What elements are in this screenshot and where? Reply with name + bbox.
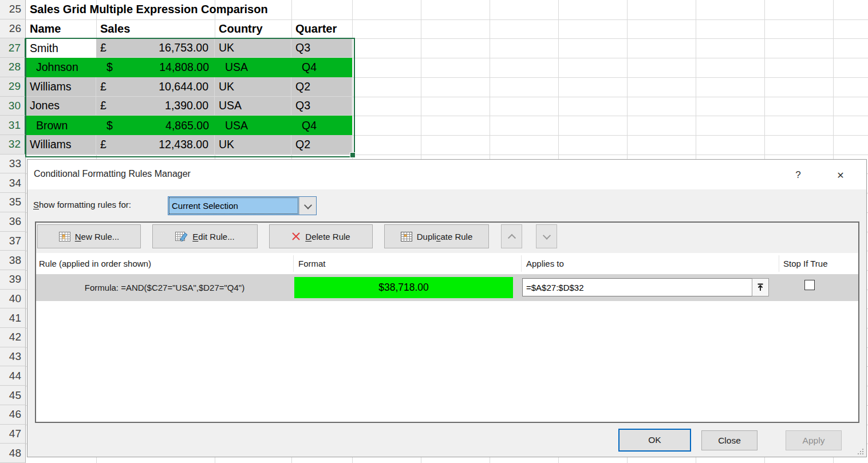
row-header-36[interactable]: 36: [0, 212, 26, 232]
edit-rule-label: Edit Rule...: [192, 232, 234, 242]
edit-rule-button[interactable]: Edit Rule...: [152, 224, 258, 248]
row-header-29[interactable]: 29: [0, 77, 26, 97]
cell-name[interactable]: Johnson: [26, 58, 96, 77]
row-header-39[interactable]: 39: [0, 270, 26, 290]
currency-symbol: £: [100, 41, 106, 54]
cell-sales[interactable]: £10,644.00: [96, 77, 215, 97]
ok-button[interactable]: OK: [618, 429, 691, 452]
row-header-47[interactable]: 47: [0, 425, 26, 444]
move-rule-up-button[interactable]: [501, 224, 522, 248]
cell-name[interactable]: Brown: [26, 116, 96, 135]
apply-button[interactable]: Apply: [786, 430, 842, 450]
rule-row[interactable]: Formula: =AND($C27="USA",$D27="Q4") $38,…: [36, 274, 858, 301]
cell-name[interactable]: Jones: [26, 97, 96, 116]
currency-symbol: $: [106, 119, 113, 132]
row-header-28[interactable]: 28: [0, 58, 26, 77]
column-header-name[interactable]: Name: [26, 19, 96, 38]
collapse-dialog-button[interactable]: [752, 278, 769, 296]
close-button[interactable]: Close: [701, 430, 757, 450]
sheet-title-cell[interactable]: Sales Grid Multiple Expression Compariso…: [26, 0, 352, 19]
combobox-dropdown-button[interactable]: [299, 197, 316, 215]
row-header-34[interactable]: 34: [0, 173, 26, 193]
row-header-37[interactable]: 37: [0, 232, 26, 251]
header-rule: Rule (applied in order shown): [39, 253, 151, 274]
rule-format-preview: $38,718.00: [294, 277, 513, 298]
header-format: Format: [298, 253, 326, 274]
help-icon[interactable]: ?: [791, 168, 806, 183]
cell-country[interactable]: UK: [215, 135, 291, 155]
column-divider: [521, 255, 522, 272]
row-header-38[interactable]: 38: [0, 251, 26, 270]
new-rule-label: New Rule...: [75, 232, 120, 242]
resize-grip[interactable]: [857, 448, 863, 454]
cell-quarter[interactable]: Q2: [291, 135, 352, 155]
cell-sales[interactable]: £1,390.00: [96, 97, 215, 116]
move-rule-down-button[interactable]: [536, 224, 557, 248]
cell-country[interactable]: UK: [215, 38, 291, 58]
new-rule-button[interactable]: New Rule...: [37, 224, 141, 248]
cell-country[interactable]: UK: [215, 77, 291, 97]
column-header-quarter[interactable]: Quarter: [291, 19, 352, 38]
chevron-up-icon: [507, 234, 515, 242]
scope-combobox[interactable]: Current Selection: [168, 196, 317, 215]
row-header-27[interactable]: 27: [0, 38, 26, 58]
red-x-icon: [291, 232, 301, 241]
row-header-25[interactable]: 25: [0, 0, 26, 19]
duplicate-rule-button[interactable]: Duplicate Rule: [384, 224, 489, 248]
sales-amount: 1,390.00: [165, 99, 208, 112]
cell-name[interactable]: Smith: [26, 38, 96, 58]
duplicate-rule-label: Duplicate Rule: [417, 232, 473, 242]
row-header-46[interactable]: 46: [0, 405, 26, 425]
header-applies-to: Applies to: [526, 253, 564, 274]
row-header-43[interactable]: 43: [0, 347, 26, 367]
scope-combobox-value[interactable]: Current Selection: [168, 197, 299, 215]
fill-handle[interactable]: [350, 152, 356, 158]
sales-amount: 10,644.00: [159, 80, 208, 93]
table-grid-icon: [59, 232, 70, 242]
cell-sales[interactable]: $4,865.00: [96, 116, 215, 135]
row-header-26[interactable]: 26: [0, 19, 26, 39]
column-divider: [293, 255, 294, 272]
chevron-down-icon: [303, 201, 311, 209]
sales-amount: 14,808.00: [159, 61, 209, 74]
applies-to-input[interactable]: [522, 278, 752, 296]
row-header-30[interactable]: 30: [0, 97, 26, 116]
cell-quarter[interactable]: Q4: [291, 116, 352, 135]
gridline: [26, 155, 868, 155]
row-header-45[interactable]: 45: [0, 386, 26, 405]
row-header-44[interactable]: 44: [0, 366, 26, 386]
cell-name[interactable]: Williams: [26, 77, 96, 97]
cell-quarter[interactable]: Q3: [291, 97, 352, 116]
row-header-31[interactable]: 31: [0, 116, 26, 135]
close-icon[interactable]: ✕: [833, 168, 848, 183]
cell-quarter[interactable]: Q4: [291, 58, 352, 77]
rules-list: New Rule... Edit Rule...: [35, 221, 859, 423]
stop-if-true-checkbox[interactable]: [804, 280, 815, 290]
cell-country[interactable]: USA: [215, 58, 291, 77]
sales-amount: 12,438.00: [159, 138, 208, 151]
row-header-41[interactable]: 41: [0, 308, 26, 328]
cf-rules-manager-dialog: Conditional Formatting Rules Manager ? ✕…: [27, 159, 867, 457]
row-header-33[interactable]: 33: [0, 155, 26, 174]
cell-country[interactable]: USA: [215, 116, 291, 135]
row-header-35[interactable]: 35: [0, 193, 26, 212]
cell-name[interactable]: Williams: [26, 135, 96, 155]
rules-list-headers: Rule (applied in order shown) Format App…: [36, 253, 858, 274]
column-header-country[interactable]: Country: [215, 19, 291, 38]
row-header-40[interactable]: 40: [0, 290, 26, 309]
table-grid-icon: [401, 232, 412, 242]
rules-toolbar: New Rule... Edit Rule...: [36, 223, 858, 253]
cell-quarter[interactable]: Q2: [291, 77, 352, 97]
delete-rule-button[interactable]: Delete Rule: [269, 224, 373, 248]
column-header-sales[interactable]: Sales: [96, 19, 215, 38]
row-header-32[interactable]: 32: [0, 135, 26, 155]
dialog-titlebar: Conditional Formatting Rules Manager ? ✕: [27, 160, 866, 189]
cell-quarter[interactable]: Q3: [291, 38, 352, 58]
row-header-42[interactable]: 42: [0, 328, 26, 347]
currency-symbol: £: [100, 99, 106, 112]
cell-country[interactable]: USA: [215, 97, 291, 116]
cell-sales[interactable]: £12,438.00: [96, 135, 215, 155]
cell-sales[interactable]: £16,753.00: [96, 38, 215, 58]
row-header-48[interactable]: 48: [0, 444, 26, 463]
cell-sales[interactable]: $14,808.00: [96, 58, 215, 77]
